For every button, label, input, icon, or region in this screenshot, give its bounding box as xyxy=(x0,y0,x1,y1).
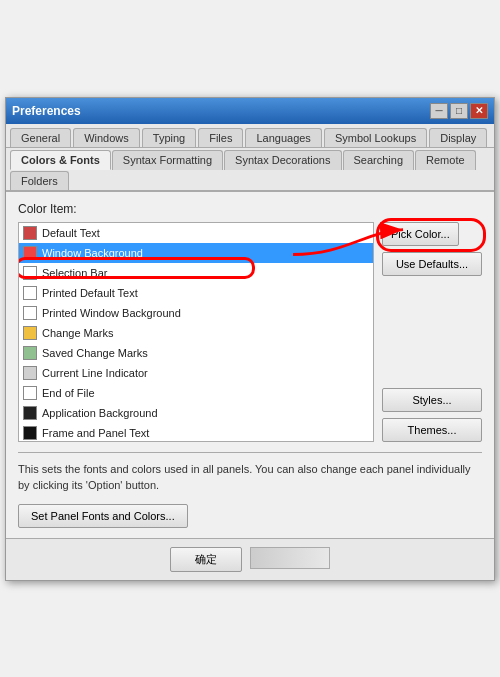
color-swatch xyxy=(23,366,37,380)
color-swatch xyxy=(23,226,37,240)
list-item[interactable]: Printed Window Background xyxy=(19,303,373,323)
divider xyxy=(18,452,482,453)
tab-languages[interactable]: Languages xyxy=(245,128,321,147)
item-label: Window Background xyxy=(42,247,143,259)
pick-color-button[interactable]: Pick Color... xyxy=(382,222,459,246)
subtab-syntax-decorations[interactable]: Syntax Decorations xyxy=(224,150,341,170)
item-label: End of File xyxy=(42,387,95,399)
subtab-syntax-formatting[interactable]: Syntax Formatting xyxy=(112,150,223,170)
item-label: Saved Change Marks xyxy=(42,347,148,359)
close-button[interactable]: ✕ xyxy=(470,103,488,119)
window-title: Preferences xyxy=(12,104,81,118)
list-item[interactable]: Saved Change Marks xyxy=(19,343,373,363)
right-button-panel: Pick Color... Use Defaults... Styles... … xyxy=(382,222,482,442)
tab-display[interactable]: Display xyxy=(429,128,487,147)
color-swatch xyxy=(23,326,37,340)
title-bar: Preferences ─ □ ✕ xyxy=(6,98,494,124)
subtab-colors-fonts[interactable]: Colors & Fonts xyxy=(10,150,111,170)
color-list-area: Default Text Window Background Selection… xyxy=(18,222,482,442)
color-swatch xyxy=(23,346,37,360)
subtab-searching[interactable]: Searching xyxy=(343,150,415,170)
item-label: Change Marks xyxy=(42,327,114,339)
list-item-selected[interactable]: Window Background xyxy=(19,243,373,263)
maximize-button[interactable]: □ xyxy=(450,103,468,119)
footer: 确定 xyxy=(6,538,494,580)
confirm-button[interactable]: 确定 xyxy=(170,547,242,572)
preferences-window: Preferences ─ □ ✕ General Windows Typing… xyxy=(5,97,495,581)
color-item-label: Color Item: xyxy=(18,202,482,216)
list-item[interactable]: Frame and Panel Text xyxy=(19,423,373,442)
scrollbar-placeholder xyxy=(250,547,330,569)
list-item[interactable]: Printed Default Text xyxy=(19,283,373,303)
set-panel-fonts-button[interactable]: Set Panel Fonts and Colors... xyxy=(18,504,188,528)
item-label: Printed Default Text xyxy=(42,287,138,299)
tab-files[interactable]: Files xyxy=(198,128,243,147)
item-label: Application Background xyxy=(42,407,158,419)
color-item-section: Default Text Window Background Selection… xyxy=(18,222,482,442)
description-text: This sets the fonts and colors used in a… xyxy=(18,461,482,494)
minimize-button[interactable]: ─ xyxy=(430,103,448,119)
color-swatch xyxy=(23,426,37,440)
list-item[interactable]: Default Text xyxy=(19,223,373,243)
color-item-list[interactable]: Default Text Window Background Selection… xyxy=(18,222,374,442)
top-tab-bar: General Windows Typing Files Languages S… xyxy=(6,124,494,148)
window-controls: ─ □ ✕ xyxy=(430,103,488,119)
use-defaults-button[interactable]: Use Defaults... xyxy=(382,252,482,276)
themes-button[interactable]: Themes... xyxy=(382,418,482,442)
item-label: Selection Bar xyxy=(42,267,107,279)
list-item[interactable]: Change Marks xyxy=(19,323,373,343)
list-item[interactable]: Current Line Indicator xyxy=(19,363,373,383)
item-label: Default Text xyxy=(42,227,100,239)
color-swatch xyxy=(23,246,37,260)
list-item[interactable]: Application Background xyxy=(19,403,373,423)
color-swatch xyxy=(23,266,37,280)
item-label: Printed Window Background xyxy=(42,307,181,319)
list-item[interactable]: Selection Bar xyxy=(19,263,373,283)
sub-tab-bar: Colors & Fonts Syntax Formatting Syntax … xyxy=(6,148,494,192)
subtab-folders[interactable]: Folders xyxy=(10,171,69,190)
list-item[interactable]: End of File xyxy=(19,383,373,403)
subtab-remote[interactable]: Remote xyxy=(415,150,476,170)
tab-symbol-lookups[interactable]: Symbol Lookups xyxy=(324,128,427,147)
color-swatch xyxy=(23,406,37,420)
tab-general[interactable]: General xyxy=(10,128,71,147)
color-swatch xyxy=(23,306,37,320)
item-label: Frame and Panel Text xyxy=(42,427,149,439)
item-label: Current Line Indicator xyxy=(42,367,148,379)
tab-windows[interactable]: Windows xyxy=(73,128,140,147)
color-swatch xyxy=(23,286,37,300)
styles-button[interactable]: Styles... xyxy=(382,388,482,412)
color-swatch xyxy=(23,386,37,400)
main-content: Color Item: Default Text Window Backgrou… xyxy=(6,192,494,538)
tab-typing[interactable]: Typing xyxy=(142,128,196,147)
